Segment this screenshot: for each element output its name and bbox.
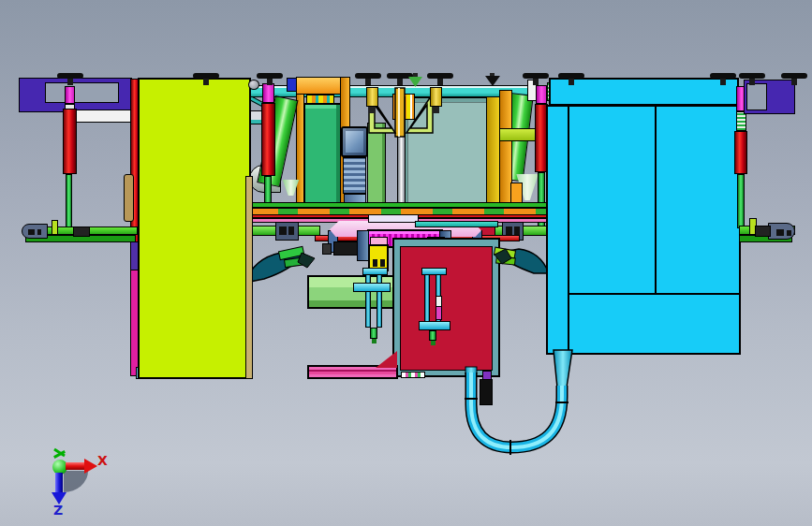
motor-body[interactable] bbox=[343, 157, 366, 194]
guide-right-rod bbox=[424, 268, 430, 326]
guide-right-tip-end bbox=[431, 341, 436, 345]
x-axis-arrow bbox=[66, 462, 86, 470]
gray-ball-joint bbox=[248, 80, 259, 90]
dark-bit-left bbox=[322, 243, 332, 255]
purple-beam-right-notch bbox=[746, 83, 767, 110]
rail-end-cap-left bbox=[22, 224, 48, 239]
guide-right-tip bbox=[429, 330, 436, 341]
cable-hose[interactable] bbox=[457, 344, 588, 460]
guide-left-bar[interactable] bbox=[353, 283, 391, 292]
shadow-arc bbox=[64, 471, 88, 492]
suction-cup bbox=[523, 72, 549, 86]
rail-end-cap-right bbox=[768, 223, 795, 240]
green-rod-farleft bbox=[66, 174, 72, 228]
inner-clamp-left bbox=[275, 222, 299, 241]
z-axis-label: Z bbox=[53, 504, 63, 517]
cap-dot bbox=[787, 230, 791, 236]
lavender-block bbox=[368, 214, 419, 223]
suction-cup bbox=[558, 72, 584, 86]
red-cylinder-midleft[interactable] bbox=[261, 103, 275, 176]
gripper-arm-left[interactable] bbox=[244, 245, 320, 286]
clamp-jaw bbox=[506, 226, 512, 235]
axis-triad[interactable]: X Z bbox=[43, 446, 112, 511]
chartreuse-panel[interactable] bbox=[138, 78, 251, 379]
guide-left-tip bbox=[370, 328, 377, 339]
guide-right-tee bbox=[421, 268, 447, 275]
gold-cylinder-left bbox=[366, 87, 378, 107]
white-beam[interactable] bbox=[71, 110, 134, 123]
guide-right-bar[interactable] bbox=[419, 321, 450, 330]
tan-edge-strip bbox=[245, 176, 253, 379]
clamp-jaw bbox=[279, 226, 287, 235]
dash-strip bbox=[401, 372, 425, 378]
cone-cup-green bbox=[408, 73, 422, 88]
pale-green-beam[interactable] bbox=[307, 275, 398, 309]
suction-cup bbox=[57, 72, 83, 86]
block-dot bbox=[380, 259, 385, 267]
cap-dot bbox=[28, 229, 35, 235]
black-clamp-left bbox=[73, 226, 90, 237]
suction-cup bbox=[257, 72, 283, 86]
guide-left-rod bbox=[365, 268, 371, 328]
clamp-jaw bbox=[288, 226, 294, 235]
cyan-panel-b[interactable] bbox=[655, 105, 741, 295]
red-cylinder-farright[interactable] bbox=[734, 131, 747, 174]
cone-cup-black bbox=[485, 73, 500, 88]
tan-handle bbox=[124, 174, 134, 222]
magenta-cap-farleft bbox=[65, 86, 75, 104]
black-clamp-right bbox=[755, 226, 771, 237]
spring-coil-right bbox=[736, 111, 746, 131]
cyan-panel-a[interactable] bbox=[568, 105, 657, 295]
green-rod-farright bbox=[737, 174, 745, 228]
guide-left-tee bbox=[362, 268, 388, 275]
gripper-arm-right[interactable] bbox=[493, 243, 551, 277]
green-panel[interactable] bbox=[303, 103, 342, 214]
suction-cup bbox=[427, 72, 453, 86]
suction-cup bbox=[355, 72, 381, 86]
cyan-left-column[interactable] bbox=[546, 105, 569, 355]
guide-left-tip-end bbox=[372, 339, 376, 343]
red-cylinder-farleft[interactable] bbox=[63, 109, 77, 174]
gold-cylinder-right-tip bbox=[433, 107, 439, 113]
clamp-jaw bbox=[514, 226, 520, 235]
teal-strip-on-plate bbox=[415, 221, 498, 227]
cap-dot bbox=[776, 229, 784, 236]
lime-tab-left bbox=[52, 220, 58, 235]
magenta-cap-midleft bbox=[262, 83, 274, 103]
olive-strip bbox=[486, 96, 500, 212]
x-axis-arrowhead bbox=[84, 459, 97, 474]
suction-cup bbox=[739, 72, 765, 86]
suction-cup bbox=[710, 72, 736, 86]
guide-right-magenta-bit bbox=[436, 306, 442, 320]
suction-cup bbox=[781, 72, 807, 86]
gold-cylinder-right bbox=[430, 87, 442, 107]
cap-dot bbox=[37, 229, 41, 235]
cyan-panel-c[interactable] bbox=[568, 293, 741, 355]
x-axis-label: X bbox=[97, 454, 108, 467]
magenta-cap-midright bbox=[536, 85, 547, 104]
gold-cylinder-left-tip bbox=[369, 107, 376, 113]
guide-left-rod bbox=[376, 268, 382, 328]
suction-cup bbox=[193, 72, 219, 86]
cad-viewport[interactable]: X Z bbox=[0, 0, 812, 526]
z-axis-arrow bbox=[55, 473, 63, 493]
block-dot bbox=[373, 259, 377, 267]
